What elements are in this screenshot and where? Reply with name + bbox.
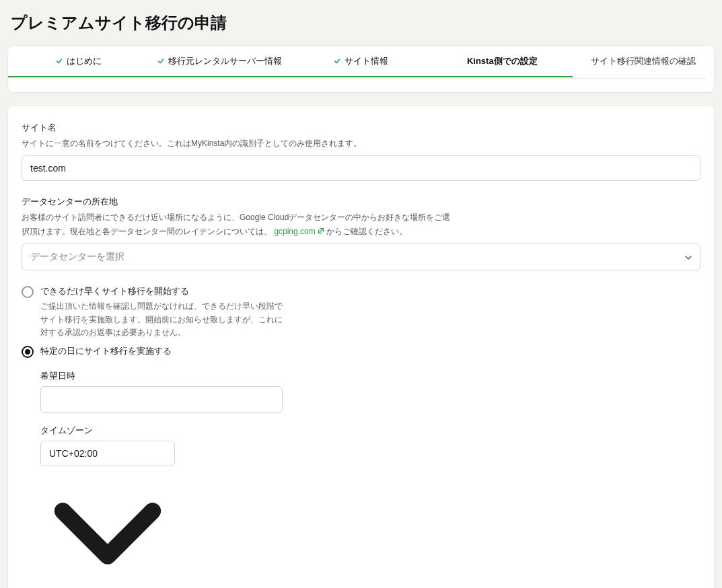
- radio-specific-date-title: 特定の日にサイト移行を実施する: [40, 345, 283, 357]
- tab-label: サイト情報: [345, 55, 388, 67]
- data-center-field: データセンターの所在地 お客様のサイト訪問者にできるだけ近い場所になるように、G…: [22, 196, 700, 270]
- schedule-subfields: 希望日時 タイムゾーン UTC+02:00: [40, 371, 700, 588]
- site-name-input[interactable]: [22, 155, 700, 181]
- check-icon: [56, 58, 63, 65]
- timezone-select[interactable]: UTC+02:00: [40, 441, 175, 466]
- tab-label: はじめに: [67, 55, 102, 67]
- schedule-radio-group: できるだけ早くサイト移行を開始する ご提出頂いた情報を確認し問題がなければ、でき…: [22, 285, 700, 588]
- check-icon: [334, 58, 340, 65]
- data-center-label: データセンターの所在地: [22, 196, 700, 208]
- preferred-date-input[interactable]: [40, 386, 283, 413]
- preferred-date-field: 希望日時: [40, 371, 700, 413]
- gcping-link[interactable]: gcping.com: [274, 227, 324, 236]
- tab-site-info[interactable]: サイト情報: [291, 46, 432, 78]
- tab-label: サイト移行関連情報の確認: [591, 55, 696, 67]
- radio-asap-row: できるだけ早くサイト移行を開始する ご提出頂いた情報を確認し問題がなければ、でき…: [22, 285, 700, 340]
- preferred-date-label: 希望日時: [40, 371, 700, 382]
- tab-label: Kinsta側での設定: [467, 55, 538, 67]
- page-title: プレミアムサイト移行の申請: [11, 12, 714, 34]
- wizard-tabs-card: はじめに 移行元レンタルサーバー情報 サイト情報 Kinsta側での設定 サイト…: [8, 46, 714, 92]
- site-name-help: サイトに一意の名前をつけてください。これはMyKinsta内の識別子としてのみ使…: [22, 137, 700, 150]
- site-name-field: サイト名 サイトに一意の名前をつけてください。これはMyKinsta内の識別子と…: [22, 122, 700, 181]
- check-icon: [157, 58, 164, 65]
- wizard-tabs: はじめに 移行元レンタルサーバー情報 サイト情報 Kinsta側での設定 サイト…: [8, 46, 714, 78]
- site-name-label: サイト名: [22, 122, 700, 134]
- radio-asap-title: できるだけ早くサイト移行を開始する: [40, 285, 283, 297]
- data-center-select[interactable]: データセンターを選択: [22, 244, 700, 270]
- help-text-after: からご確認ください。: [326, 227, 407, 236]
- radio-specific-date-row: 特定の日にサイト移行を実施する: [22, 345, 700, 360]
- radio-asap[interactable]: [22, 286, 34, 298]
- tab-label: 移行元レンタルサーバー情報: [168, 55, 282, 67]
- data-center-select-wrap: データセンターを選択: [22, 244, 700, 270]
- timezone-label: タイムゾーン: [40, 425, 700, 437]
- data-center-help: お客様のサイト訪問者にできるだけ近い場所になるように、Google Cloudデ…: [22, 211, 452, 238]
- form-card: サイト名 サイトに一意の名前をつけてください。これはMyKinsta内の識別子と…: [8, 106, 714, 588]
- spacer: [8, 79, 714, 92]
- tab-kinsta-settings[interactable]: Kinsta側での設定: [431, 46, 573, 78]
- timezone-select-wrap: UTC+02:00: [40, 441, 175, 588]
- tab-intro[interactable]: はじめに: [8, 46, 149, 78]
- radio-specific-date[interactable]: [22, 346, 34, 358]
- tab-confirm[interactable]: サイト移行関連情報の確認: [573, 46, 714, 78]
- timezone-field: タイムゾーン UTC+02:00: [40, 425, 700, 588]
- radio-asap-desc: ご提出頂いた情報を確認し問題がなければ、できるだけ早い段階でサイト移行を実施致し…: [40, 300, 283, 340]
- tab-source-server[interactable]: 移行元レンタルサーバー情報: [149, 46, 291, 78]
- external-link-icon: [318, 225, 324, 231]
